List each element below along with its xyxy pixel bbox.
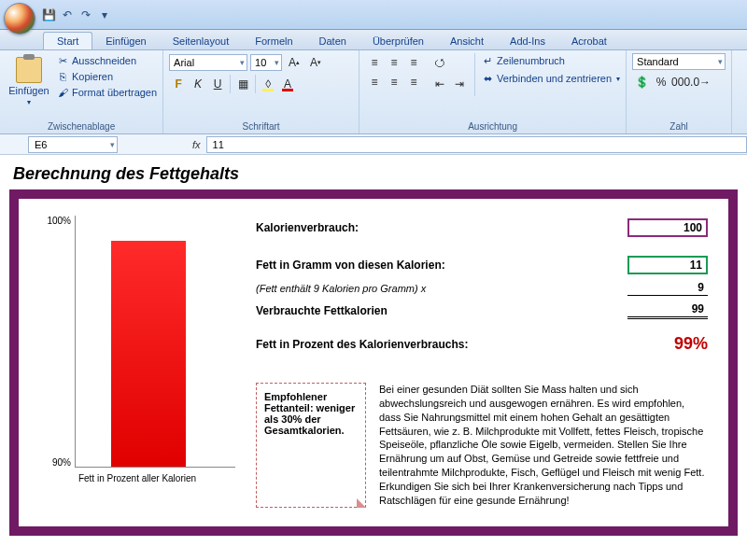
quick-access-toolbar: 💾 ↶ ↷ ▾: [41, 7, 112, 22]
tab-daten[interactable]: Daten: [306, 33, 359, 49]
cut-label: Ausschneiden: [72, 55, 136, 66]
italic-button[interactable]: K: [189, 75, 207, 93]
format-painter-button[interactable]: 🖌Format übertragen: [56, 85, 157, 100]
fat-grams-value[interactable]: 11: [627, 256, 708, 274]
font-size-select[interactable]: 10: [250, 54, 282, 71]
y-tick-bottom: 90%: [52, 457, 71, 468]
fat-factor: 9: [627, 280, 708, 296]
group-clipboard: Einfügen ▾ ✂Ausschneiden ⎘Kopieren 🖌Form…: [0, 50, 163, 133]
group-label-number: Zahl: [632, 120, 726, 133]
align-left-button[interactable]: ≡: [365, 73, 384, 91]
chevron-down-icon: ▾: [27, 98, 31, 106]
advice-body-text: Bei einer gesunden Diät sollten Sie Mass…: [379, 383, 708, 508]
fx-icon[interactable]: fx: [192, 139, 201, 150]
wrap-icon: ↵: [481, 54, 494, 67]
chart: 100% 90% Fett in Prozent aller Kalorien: [39, 216, 235, 508]
grow-font-button[interactable]: A▴: [285, 53, 303, 72]
ribbon: Einfügen ▾ ✂Ausschneiden ⎘Kopieren 🖌Form…: [0, 50, 747, 134]
group-label-alignment: Ausrichtung: [365, 120, 620, 133]
tab-ueberpruefen[interactable]: Überprüfen: [359, 33, 437, 49]
cut-button[interactable]: ✂Ausschneiden: [56, 53, 157, 68]
orientation-button[interactable]: ⭯: [430, 53, 449, 72]
title-bar: 💾 ↶ ↷ ▾: [0, 0, 747, 30]
office-button[interactable]: [4, 3, 35, 35]
paste-button[interactable]: Einfügen ▾: [6, 53, 52, 120]
worksheet: Berechnung des Fettgehalts 100% 90% Fett…: [0, 155, 747, 543]
copy-button[interactable]: ⎘Kopieren: [56, 69, 157, 84]
underline-button[interactable]: U: [208, 75, 227, 93]
ribbon-tabs: Start Einfügen Seitenlayout Formeln Date…: [0, 30, 747, 50]
qat-dropdown-icon[interactable]: ▾: [97, 7, 112, 22]
brush-icon: 🖌: [56, 86, 69, 99]
tab-start[interactable]: Start: [43, 32, 92, 49]
tab-seitenlayout[interactable]: Seitenlayout: [160, 33, 243, 49]
chart-bar: [111, 241, 186, 467]
fat-percent-label: Fett in Prozent des Kalorienverbrauchs:: [256, 338, 468, 351]
group-font: Arial 10 A▴ A▾ F K U ▦ ◊ A Schriftart: [163, 50, 359, 133]
shrink-font-button[interactable]: A▾: [306, 53, 325, 72]
chart-x-label: Fett in Prozent aller Kalorien: [39, 473, 235, 483]
group-label-clipboard: Zwischenablage: [6, 120, 157, 133]
tab-einfuegen[interactable]: Einfügen: [92, 33, 159, 49]
fat-grams-label: Fett in Gramm von diesen Kalorien:: [256, 259, 445, 272]
save-icon[interactable]: 💾: [41, 7, 56, 22]
tab-formeln[interactable]: Formeln: [242, 33, 305, 49]
border-button[interactable]: ▦: [233, 75, 252, 93]
align-center-button[interactable]: ≡: [385, 73, 403, 91]
fat-calories-label: Verbrauchte Fettkalorien: [256, 304, 388, 317]
copy-icon: ⎘: [56, 70, 69, 83]
tab-ansicht[interactable]: Ansicht: [437, 33, 497, 49]
merge-center-button[interactable]: ⬌Verbinden und zentrieren▾: [481, 71, 620, 86]
merge-label: Verbinden und zentrieren: [497, 73, 612, 84]
group-alignment: ≡ ≡ ≡ ≡ ≡ ≡ ⭯ ⇤ ⇥ ↵Zeilenumbruch: [359, 50, 627, 133]
indent-decrease-button[interactable]: ⇤: [430, 75, 449, 93]
tab-addins[interactable]: Add-Ins: [497, 33, 558, 49]
chevron-down-icon: ▾: [616, 75, 620, 83]
y-tick-top: 100%: [47, 216, 71, 226]
formula-bar: E6 fx 11: [0, 134, 747, 155]
chart-plot-area: [75, 216, 235, 468]
fill-color-button[interactable]: ◊: [259, 75, 277, 93]
align-bottom-button[interactable]: ≡: [404, 53, 423, 72]
paste-icon: [16, 57, 42, 83]
increase-decimal-button[interactable]: .0→: [691, 73, 710, 91]
formula-input[interactable]: 11: [206, 136, 747, 153]
calorie-value[interactable]: 100: [627, 218, 708, 237]
fat-note: (Fett enthält 9 Kalorien pro Gramm) x: [256, 283, 426, 294]
number-format-select[interactable]: Standard: [632, 53, 726, 70]
font-family-select[interactable]: Arial: [169, 54, 247, 71]
comma-button[interactable]: 000: [671, 73, 690, 91]
fat-percent-value: 99%: [674, 334, 708, 354]
fat-calories-value: 99: [627, 301, 708, 319]
align-top-button[interactable]: ≡: [365, 53, 384, 72]
values-panel: Kalorienverbrauch: 100 Fett in Gramm von…: [256, 216, 708, 508]
percent-button[interactable]: %: [652, 73, 670, 91]
page-title: Berechnung des Fettgehalts: [9, 162, 738, 189]
redo-icon[interactable]: ↷: [78, 7, 93, 22]
wrap-label: Zeilenumbruch: [497, 55, 565, 66]
align-middle-button[interactable]: ≡: [385, 53, 403, 72]
wrap-text-button[interactable]: ↵Zeilenumbruch: [481, 53, 620, 68]
paste-label: Einfügen: [8, 85, 49, 96]
name-box[interactable]: E6: [28, 136, 118, 153]
align-right-button[interactable]: ≡: [404, 73, 423, 91]
group-label-font: Schriftart: [169, 120, 353, 133]
advice-callout: Empfohlener Fettanteil: weniger als 30% …: [256, 383, 366, 508]
copy-label: Kopieren: [72, 71, 113, 82]
group-number: Standard 💲 % 000 .0→ Zahl: [627, 50, 732, 133]
bold-button[interactable]: F: [169, 75, 188, 93]
content-panel: 100% 90% Fett in Prozent aller Kalorien …: [9, 189, 738, 536]
undo-icon[interactable]: ↶: [60, 7, 75, 22]
scissors-icon: ✂: [56, 54, 69, 67]
calorie-label: Kalorienverbrauch:: [256, 221, 359, 234]
merge-icon: ⬌: [481, 72, 494, 85]
indent-increase-button[interactable]: ⇥: [450, 75, 469, 93]
tab-acrobat[interactable]: Acrobat: [558, 33, 620, 49]
currency-button[interactable]: 💲: [632, 73, 651, 91]
font-color-button[interactable]: A: [278, 75, 297, 93]
format-label: Format übertragen: [72, 87, 157, 98]
